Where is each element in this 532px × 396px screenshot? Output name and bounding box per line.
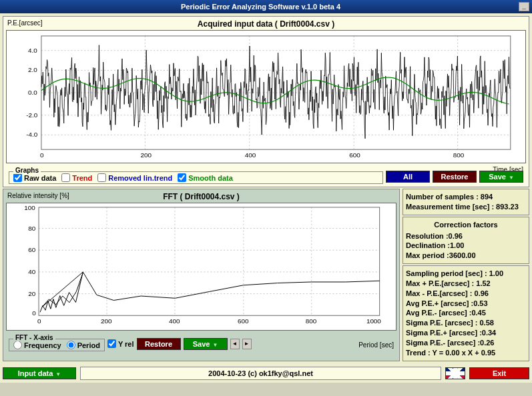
smooth-data-checkbox[interactable]: Smooth data <box>178 173 233 182</box>
sigma-pe-plus: Sigma P.E.+ [arcsec] :0.34 <box>406 328 526 338</box>
info-stats: Sampling period [sec] : 1.00 Max + P.E.[… <box>403 265 529 361</box>
svg-text:400: 400 <box>169 317 180 325</box>
save-fft-button[interactable]: Save▼ <box>184 338 228 350</box>
fft-xlabel: Period [sec] <box>358 341 394 349</box>
svg-text:0: 0 <box>37 317 41 325</box>
save-top-label: Save <box>489 173 506 181</box>
info-correction: Correction factors Resolution :0.96 Decl… <box>403 217 529 264</box>
avg-pe-plus: Avg P.E.+ [arcsec] :0.53 <box>406 299 526 309</box>
dropdown-arrow-icon: ▼ <box>509 175 514 181</box>
title-bar: Periodic Error Analyzing Software v.1.0 … <box>0 0 532 13</box>
declination-label: Declination :1.00 <box>406 241 526 251</box>
top-chart: 4.02.00.0 -2.0-4.0 0200400 600800 <box>6 30 526 163</box>
svg-text:1000: 1000 <box>366 317 381 325</box>
scroll-right-button[interactable]: ► <box>242 339 252 349</box>
svg-text:60: 60 <box>28 246 35 253</box>
period-label-radio: Period <box>77 341 100 349</box>
svg-rect-20 <box>39 207 380 315</box>
svg-text:600: 600 <box>238 317 249 325</box>
svg-text:200: 200 <box>140 151 152 159</box>
svg-text:40: 40 <box>28 268 35 275</box>
svg-text:0: 0 <box>32 309 36 317</box>
trend-line: Trend : Y = 0.00 x X + 0.95 <box>406 348 526 358</box>
svg-text:800: 800 <box>453 151 465 159</box>
freq-label: Frequency <box>24 341 61 349</box>
top-chart-title: Acquired input data ( Drift0004.csv ) <box>6 19 526 29</box>
scroll-left-button[interactable]: ◄ <box>230 339 240 349</box>
fft-chart: 1008060 40200 0200400 6008001000 <box>6 203 396 331</box>
trend-label: Trend <box>72 174 92 182</box>
svg-text:-2.0: -2.0 <box>26 111 38 119</box>
yrel-checkbox[interactable]: Y rel <box>107 339 134 348</box>
sampling-period: Sampling period [sec] : 1.00 <box>406 269 526 279</box>
restore-fft-button[interactable]: Restore <box>137 338 181 350</box>
top-chart-panel: P.E.[arcsec] Acquired input data ( Drift… <box>3 16 529 187</box>
maxperiod-label: Max period :3600.00 <box>406 251 526 261</box>
svg-text:200: 200 <box>101 317 112 325</box>
max-plus-pe: Max + P.E.[arcsec] : 1.52 <box>406 279 526 289</box>
svg-text:-4.0: -4.0 <box>26 131 38 138</box>
sigma-pe: Sigma P.E. [arcsec] : 0.58 <box>406 318 526 328</box>
max-minus-pe: Max - P.E.[arcsec] : 0.96 <box>406 289 526 299</box>
removed-label: Removed lin.trend <box>108 174 172 182</box>
status-bar: 2004-10-23 (c) ok1fky@qsl.net <box>80 367 441 380</box>
save-top-button[interactable]: Save▼ <box>479 171 523 183</box>
svg-text:0: 0 <box>40 151 44 159</box>
input-data-label: Input data <box>18 369 53 377</box>
trend-checkbox[interactable]: Trend <box>61 173 92 182</box>
fft-xaxis-group: FFT - X-axis Frequency Period <box>9 339 105 351</box>
svg-text:100: 100 <box>24 204 35 211</box>
resolution-label: Resolution :0.96 <box>406 231 526 241</box>
svg-text:0.0: 0.0 <box>28 89 37 96</box>
avg-pe-minus: Avg P.E.- [arcsec] :0.45 <box>406 308 526 318</box>
svg-text:20: 20 <box>28 290 35 297</box>
svg-text:800: 800 <box>306 317 317 325</box>
removed-trend-checkbox[interactable]: Removed lin.trend <box>97 173 172 182</box>
graphs-group: Graphs Raw data Trend Removed lin.trend … <box>9 171 383 184</box>
svg-text:4.0: 4.0 <box>28 47 37 54</box>
frequency-radio[interactable]: Frequency <box>13 341 61 349</box>
fft-panel: Relative intensity [%] FFT ( Drift0004.c… <box>3 189 400 361</box>
dropdown-arrow-icon: ▼ <box>55 371 61 377</box>
yrel-label: Y rel <box>118 340 134 348</box>
window-title: Periodic Error Analyzing Software v.1.0 … <box>3 3 519 11</box>
exit-button[interactable]: Exit <box>469 367 529 379</box>
sigma-pe-minus: Sigma P.E.- [arcsec] :0.26 <box>406 338 526 348</box>
all-button[interactable]: All <box>386 171 430 183</box>
fft-ylabel: Relative intensity [%] <box>7 192 69 199</box>
graphs-title: Graphs <box>13 167 41 174</box>
smooth-label: Smooth data <box>188 174 233 182</box>
save-fft-label: Save <box>193 340 210 348</box>
dropdown-arrow-icon: ▼ <box>212 342 218 348</box>
side-info-panel: Number of samples : 894 Measurement time… <box>403 189 529 361</box>
raw-label: Raw data <box>24 174 56 182</box>
svg-text:400: 400 <box>245 151 256 159</box>
input-data-button[interactable]: Input data▼ <box>3 367 76 379</box>
svg-text:600: 600 <box>349 151 360 159</box>
info-samples: Number of samples : 894 Measurement time… <box>403 189 529 215</box>
svg-text:2.0: 2.0 <box>28 66 37 73</box>
period-radio[interactable]: Period <box>67 341 100 349</box>
meas-time: Measurement time [sec] : 893.23 <box>406 202 526 212</box>
uk-flag-icon[interactable] <box>445 367 465 379</box>
fft-xaxis-title: FFT - X-axis <box>13 334 55 341</box>
correction-title: Correction factors <box>406 220 526 230</box>
raw-data-checkbox[interactable]: Raw data <box>13 173 56 182</box>
num-samples: Number of samples : 894 <box>406 192 526 202</box>
minimize-button[interactable]: _ <box>519 2 529 11</box>
restore-top-button[interactable]: Restore <box>433 171 477 183</box>
svg-text:80: 80 <box>28 225 35 232</box>
top-ylabel: P.E.[arcsec] <box>7 19 43 27</box>
